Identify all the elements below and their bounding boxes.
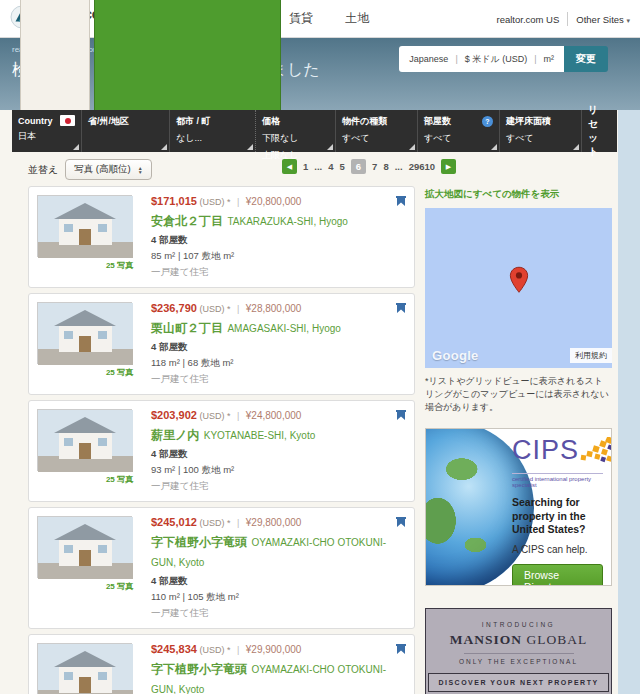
pagination-page[interactable]: 4 — [328, 161, 333, 172]
listing-card[interactable]: 25 写真 $236,790 (USD) * | ¥28,800,000 栗山町… — [28, 293, 415, 395]
cips-ad[interactable]: CIPS — [425, 428, 612, 586]
price-note: (USD) * — [199, 645, 230, 655]
map-disclaimer: *リストやグリッドビューに表示されるストリングがこのマップビューには表示されない… — [425, 375, 612, 414]
sort-select[interactable]: 写真 (高順位) ▲▼ — [65, 159, 151, 180]
other-sites-dropdown[interactable]: Other Sites ▾ — [576, 14, 630, 25]
photo-count: 25 写真 — [37, 367, 137, 378]
listing-photo[interactable] — [37, 409, 132, 471]
listing-card[interactable]: 25 写真 $245,834 (USD) * | ¥29,900,000 字下植… — [28, 634, 415, 694]
filter-region[interactable]: 省/州/地区 — [82, 110, 170, 152]
stepper-icon: ▲▼ — [138, 166, 143, 174]
price-note: (USD) * — [199, 197, 230, 207]
map-preview[interactable]: Google 利用規約 — [425, 208, 612, 368]
map-pin-icon[interactable] — [509, 266, 529, 298]
cips-heading: Searching for property in the United Sta… — [512, 496, 603, 537]
listing-photo[interactable] — [37, 302, 132, 364]
listing-area: 110 m² | 105 敷地 m² — [151, 591, 392, 604]
listing-location[interactable]: AMAGASAKI-SHI, Hyogo — [227, 323, 340, 334]
listing-title[interactable]: 字下植野小字竜頭 — [151, 662, 247, 676]
price-yen: ¥20,800,000 — [246, 196, 302, 207]
filter-property-type[interactable]: 物件の種類 すべて — [336, 110, 418, 152]
results-columns: 25 写真 $171,015 (USD) * | ¥20,800,000 安倉北… — [0, 186, 618, 694]
filter-floor-area[interactable]: 建坪床面積 すべて — [500, 110, 582, 152]
dropdown-corner-icon — [491, 144, 497, 150]
cips-tagline: certified international property special… — [512, 473, 603, 488]
price-row: $245,834 (USD) * | ¥29,900,000 — [151, 643, 392, 655]
top-right-links: realtor.com US Other Sites ▾ — [496, 0, 630, 38]
listing-card[interactable]: 25 写真 $203,902 (USD) * | ¥24,800,000 薪里ノ… — [28, 400, 415, 502]
cips-mosaic-icon — [579, 437, 612, 471]
chevron-down-icon: ▾ — [626, 17, 630, 24]
map-terms-link[interactable]: 利用規約 — [570, 348, 612, 363]
mansion-global-ad[interactable]: INTRODUCING MANSION GLOBAL ONLY THE EXCE… — [425, 608, 612, 694]
listing-rooms: 4 部屋数 — [151, 234, 392, 247]
listing-type: 一戸建て住宅 — [151, 607, 392, 620]
pagination-prev-icon[interactable]: ◀ — [282, 159, 297, 174]
pagination-page[interactable]: 5 — [340, 161, 345, 172]
save-listing-icon[interactable] — [395, 514, 407, 532]
listing-title[interactable]: 栗山町２丁目 — [151, 321, 223, 335]
listing-title[interactable]: 字下植野小字竜頭 — [151, 535, 247, 549]
dropdown-corner-icon — [409, 144, 415, 150]
pagination-page[interactable]: 1 — [303, 161, 308, 172]
divider — [567, 12, 568, 26]
listing-location[interactable]: TAKARAZUKA-SHI, Hyogo — [227, 216, 347, 227]
price-row: $171,015 (USD) * | ¥20,800,000 — [151, 195, 392, 207]
sort-value: 写真 (高順位) — [74, 163, 130, 176]
price-yen: ¥29,900,000 — [246, 644, 302, 655]
tab-list-view[interactable]: 一覧表示 — [20, 0, 90, 110]
cips-subtext: A CIPS can help. — [512, 544, 603, 555]
pagination-ellipsis: ... — [395, 161, 403, 172]
nav-tab-land[interactable]: 土地 — [329, 0, 385, 38]
price-yen: ¥28,800,000 — [246, 303, 302, 314]
mansion-tagline: ONLY THE EXCEPTIONAL — [426, 658, 611, 665]
price-note: (USD) * — [199, 411, 230, 421]
pagination-page[interactable]: 29610 — [409, 161, 435, 172]
save-listing-icon[interactable] — [395, 193, 407, 211]
pagination-page[interactable]: 7 — [372, 161, 377, 172]
listing-location[interactable]: KYOTANABE-SHI, Kyoto — [204, 430, 316, 441]
change-button[interactable]: 変更 — [564, 46, 608, 72]
filter-city[interactable]: 都市 / 町 なし... — [170, 110, 256, 152]
save-listing-icon[interactable] — [395, 641, 407, 659]
sort-control: 並替え 写真 (高順位) ▲▼ — [28, 159, 152, 180]
price-row: $203,902 (USD) * | ¥24,800,000 — [151, 409, 392, 421]
filter-reset: リセット — [582, 110, 617, 152]
listing-title[interactable]: 薪里ノ内 — [151, 428, 199, 442]
divider — [464, 653, 574, 654]
listing-photo[interactable] — [37, 516, 132, 578]
pagination-page[interactable]: 8 — [383, 161, 388, 172]
listing-area: 85 m² | 107 敷地 m² — [151, 250, 392, 263]
price-note: (USD) * — [199, 518, 230, 528]
filter-price[interactable]: 価格 下限なし 上限なし — [256, 110, 336, 152]
pagination-next-icon[interactable]: ▶ — [441, 159, 456, 174]
listing-title[interactable]: 安倉北２丁目 — [151, 214, 223, 228]
japan-flag-icon — [60, 115, 75, 126]
listing-card[interactable]: 25 写真 $171,015 (USD) * | ¥20,800,000 安倉北… — [28, 186, 415, 288]
listing-photo[interactable] — [37, 195, 132, 257]
locale-settings[interactable]: Japanese | $ 米ドル (USD) | m² — [399, 46, 564, 72]
reset-button[interactable]: リセット — [588, 103, 605, 159]
price-yen: ¥24,800,000 — [246, 410, 302, 421]
discover-property-button[interactable]: DISCOVER YOUR NEXT PROPERTY — [428, 673, 608, 692]
dropdown-corner-icon — [327, 144, 333, 150]
filter-bar: Country 日本 省/州/地区 都市 / 町 なし... 価格 下限なし 上… — [12, 110, 617, 152]
save-listing-icon[interactable] — [395, 407, 407, 425]
filter-country[interactable]: Country 日本 — [12, 110, 82, 152]
content-area: Country 日本 省/州/地区 都市 / 町 なし... 価格 下限なし 上… — [0, 110, 618, 694]
locale-bar: Japanese | $ 米ドル (USD) | m² 変更 — [399, 46, 608, 72]
browse-directory-button[interactable]: Browse Directory — [512, 564, 603, 586]
mansion-intro: INTRODUCING — [426, 621, 611, 628]
listing-photo[interactable] — [37, 643, 132, 694]
help-icon[interactable]: ? — [482, 116, 493, 127]
expand-map-link[interactable]: 拡大地図にすべての物件を表示 — [425, 188, 612, 201]
search-hero: realtor.com® International > 世界 > 日本 検索 … — [0, 38, 640, 110]
price-row: $236,790 (USD) * | ¥28,800,000 — [151, 302, 392, 314]
nav-tab-rent[interactable]: 賃貸 — [273, 0, 329, 38]
save-listing-icon[interactable] — [395, 300, 407, 318]
listing-card[interactable]: 25 写真 $245,012 (USD) * | ¥29,800,000 字下植… — [28, 507, 415, 629]
filter-rooms[interactable]: 部屋数 ? すべて — [418, 110, 500, 152]
realtor-us-link[interactable]: realtor.com US — [496, 14, 559, 25]
sort-label: 並替え — [28, 163, 58, 177]
tab-map-view[interactable]: 地図 — [94, 0, 281, 110]
